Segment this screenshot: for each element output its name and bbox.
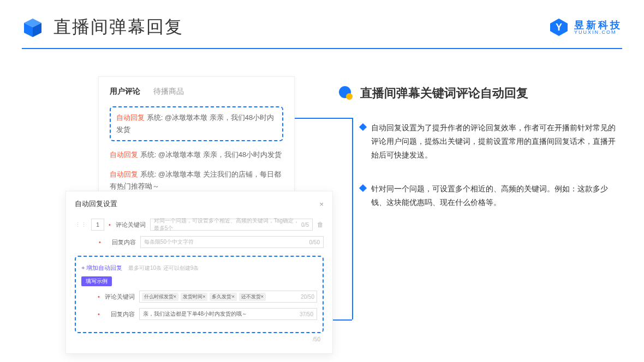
svg-text:Y: Y xyxy=(556,22,562,33)
keyword-label: 评论关键词 xyxy=(115,221,146,229)
comment-item: 自动回复 系统: @冰墩墩本墩 关注我们的店铺，每日都有热门推荐呦～ xyxy=(110,168,283,192)
connector-line xyxy=(295,118,352,119)
close-icon[interactable]: × xyxy=(319,200,324,208)
bullet-text: 自动回复设置为了提升作者的评论回复效率，作者可在开播前针对常见的评论用户问题，提… xyxy=(371,121,622,162)
brand-logo: Y 昱新科技 YUUXIN.COM xyxy=(549,17,622,37)
tab-user-comments[interactable]: 用户评论 xyxy=(110,87,140,96)
bullet-item: 自动回复设置为了提升作者的评论回复效率，作者可在开播前针对常见的评论用户问题，提… xyxy=(338,121,622,162)
header-left: 直播间弹幕回复 xyxy=(22,15,183,39)
content-input[interactable]: 每条限50个中文字符 0/50 xyxy=(140,236,324,248)
diamond-icon xyxy=(359,184,367,191)
diamond-icon xyxy=(359,123,367,131)
connector-line xyxy=(352,118,353,319)
brand-url: YUUXIN.COM xyxy=(574,30,622,35)
example-badge: 填写示例 xyxy=(81,276,112,286)
bullet-item: 针对同一个问题，可设置多个相近的、高频的关键词。例如：这款多少钱、这块能优惠吗、… xyxy=(338,182,622,209)
brand-name: 昱新科技 xyxy=(574,20,622,30)
tab-products[interactable]: 待播商品 xyxy=(153,87,184,96)
left-column: 用户评论 待播商品 自动回复 系统: @冰墩墩本墩 亲亲，我们48小时内发货 自… xyxy=(65,76,306,229)
add-hint: 最多可建10条 还可以创建9条 xyxy=(128,265,199,271)
auto-reply-tag: 自动回复 xyxy=(110,150,138,159)
example-keyword-row: • 评论关键词 什么时候发货× 发货时间× 多久发货× 还不发货× 20/50 xyxy=(81,291,317,303)
auto-reply-tag: 自动回复 xyxy=(116,113,145,122)
highlighted-comment: 自动回复 系统: @冰墩墩本墩 亲亲，我们48小时内发货 xyxy=(110,106,283,141)
content-row: • 回复内容 每条限50个中文字符 0/50 xyxy=(75,236,324,248)
keyword-row: ⋮⋮ 1 • 评论关键词 对同一个问题，可设置多个相近、高频的关键词，Tag确定… xyxy=(75,219,324,231)
chat-bubble-icon xyxy=(338,86,354,101)
section-title: 直播间弹幕关键词评论自动回复 xyxy=(360,85,528,101)
example-content-input[interactable]: 亲，我们这边都是下单48小时内发货的哦～ 37/50 xyxy=(139,308,317,320)
right-column: 直播间弹幕关键词评论自动回复 自动回复设置为了提升作者的评论回复效率，作者可在开… xyxy=(338,76,622,229)
example-content-row: • 回复内容 亲，我们这边都是下单48小时内发货的哦～ 37/50 xyxy=(81,308,317,320)
required-dot: • xyxy=(99,239,101,245)
comment-item: 自动回复 系统: @冰墩墩本墩 亲亲，我们48小时内发货 xyxy=(110,149,283,161)
bullet-text: 针对同一个问题，可设置多个相近的、高频的关键词。例如：这款多少钱、这块能优惠吗、… xyxy=(371,182,622,209)
tabs: 用户评论 待播商品 xyxy=(110,87,283,96)
content-label: 回复内容 xyxy=(105,238,136,246)
settings-panel: 自动回复设置 × ⋮⋮ 1 • 评论关键词 对同一个问题，可设置多个相近、高频的… xyxy=(65,191,333,354)
add-auto-reply-link[interactable]: + 增加自动回复 xyxy=(81,264,122,271)
brand-icon: Y xyxy=(549,17,569,37)
row-number: 1 xyxy=(91,219,104,231)
comment-text: 系统: @冰墩墩本墩 亲亲，我们48小时内发货 xyxy=(140,150,282,159)
example-box: + 增加自动回复 最多可建10条 还可以创建9条 填写示例 • 评论关键词 什么… xyxy=(75,256,324,333)
outer-counter: /50 xyxy=(75,336,324,342)
example-keyword-input[interactable]: 什么时候发货× 发货时间× 多久发货× 还不发货× 20/50 xyxy=(139,291,317,303)
header: 直播间弹幕回复 Y 昱新科技 YUUXIN.COM xyxy=(0,0,644,39)
keyword-input[interactable]: 对同一个问题，可设置多个相近、高频的关键词，Tag确定，最多5个 0/5 xyxy=(150,219,313,231)
svg-point-6 xyxy=(346,93,353,100)
auto-reply-tag: 自动回复 xyxy=(110,170,138,178)
settings-title: 自动回复设置 xyxy=(75,199,117,209)
connector-line xyxy=(333,319,352,321)
cube-icon xyxy=(22,16,44,38)
comment-item: 自动回复 系统: @冰墩墩本墩 亲亲，我们48小时内发货 xyxy=(116,112,277,136)
page-title: 直播间弹幕回复 xyxy=(53,15,183,39)
trash-icon[interactable]: 🗑 xyxy=(317,221,324,228)
required-dot: • xyxy=(109,221,111,228)
section-head: 直播间弹幕关键词评论自动回复 xyxy=(338,85,622,101)
